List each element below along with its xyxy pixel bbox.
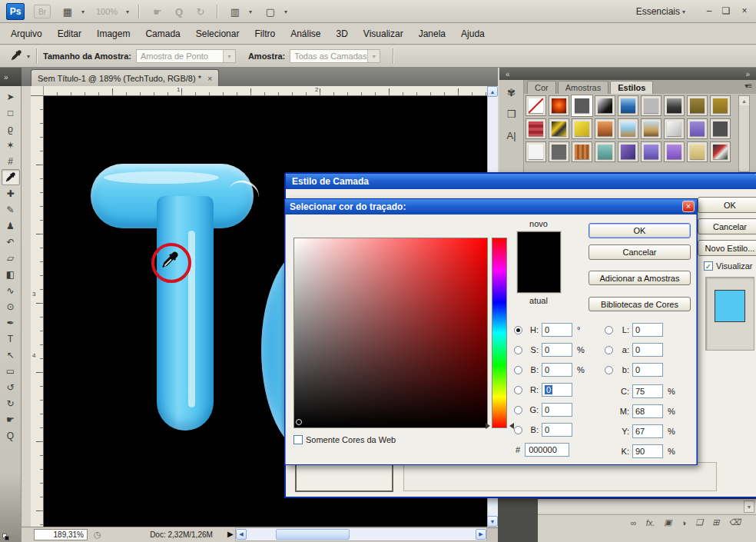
3d-rotate-tool[interactable]: ↺ bbox=[2, 379, 20, 395]
color-field[interactable] bbox=[293, 238, 488, 428]
saturation-input[interactable]: 0 bbox=[542, 343, 572, 357]
scroll-up-icon[interactable]: ▲ bbox=[739, 96, 749, 105]
sample-size-dropdown[interactable]: Amostra de Ponto ▾ bbox=[136, 49, 236, 63]
workspace-switcher[interactable]: Essenciais ▾ bbox=[630, 4, 691, 19]
new-style-button[interactable]: Novo Estilo... bbox=[698, 240, 756, 256]
style-swatch-7[interactable] bbox=[664, 95, 685, 116]
menu-ajuda[interactable]: Ajuda bbox=[453, 25, 492, 42]
adjustment-layer-icon[interactable]: ◑ bbox=[681, 518, 687, 527]
hand-tool-shortcut-icon[interactable]: ☛ bbox=[149, 5, 166, 18]
style-swatch-21[interactable] bbox=[572, 141, 592, 162]
menu-3d[interactable]: 3D bbox=[329, 25, 356, 42]
type-tool[interactable]: T bbox=[2, 331, 20, 347]
red-input[interactable]: 0 bbox=[542, 383, 572, 397]
style-swatch-25[interactable] bbox=[664, 141, 685, 162]
picker-ok-button[interactable]: OK bbox=[589, 223, 691, 238]
menu-arquivo[interactable]: Arquivo bbox=[3, 25, 50, 42]
style-swatch-18[interactable] bbox=[710, 118, 731, 139]
magic-wand-tool[interactable]: ✶ bbox=[2, 137, 20, 153]
green-input[interactable]: 0 bbox=[542, 403, 572, 417]
color-picker-titlebar[interactable]: Selecionar cor do traçado: bbox=[285, 199, 697, 214]
canvas-horizontal-scrollbar[interactable]: ◀ ▶ bbox=[235, 527, 487, 541]
scroll-right-icon[interactable]: ▶ bbox=[476, 529, 486, 540]
color-guide-panel-icon[interactable]: ✾ bbox=[502, 83, 522, 101]
clone-stamp-tool[interactable]: ♟ bbox=[2, 218, 20, 234]
style-swatch-11[interactable] bbox=[549, 118, 569, 139]
panel-menu-icon[interactable]: ▾≡ bbox=[744, 81, 751, 90]
menu-selecionar[interactable]: Selecionar bbox=[188, 25, 247, 42]
black-input[interactable]: 90 bbox=[632, 444, 663, 458]
move-tool[interactable]: ➤ bbox=[2, 88, 20, 105]
style-swatch-22[interactable] bbox=[595, 141, 615, 162]
masks-panel-icon[interactable]: ❒ bbox=[502, 105, 522, 123]
scroll-down-icon[interactable]: ▼ bbox=[744, 500, 754, 513]
zoom-tool-shortcut-icon[interactable]: Q bbox=[171, 5, 187, 18]
style-swatch-4[interactable] bbox=[595, 95, 615, 116]
add-to-swatches-button[interactable]: Adicionar a Amostras bbox=[589, 271, 691, 285]
yellow-input[interactable]: 67 bbox=[632, 424, 663, 438]
brush-tool[interactable]: ✎ bbox=[2, 201, 20, 218]
menu-anlise[interactable]: Análise bbox=[283, 25, 328, 42]
style-swatch-1[interactable] bbox=[526, 95, 546, 116]
style-swatch-14[interactable] bbox=[618, 118, 638, 139]
eyedropper-tool[interactable] bbox=[2, 169, 20, 185]
pen-tool[interactable]: ✒ bbox=[2, 314, 20, 331]
menu-camada[interactable]: Camada bbox=[138, 25, 187, 42]
history-brush-tool[interactable]: ↶ bbox=[2, 234, 20, 250]
hue-slider[interactable] bbox=[492, 238, 507, 428]
style-swatch-3[interactable] bbox=[572, 95, 592, 116]
dock-collapse-icon[interactable]: « bbox=[506, 70, 510, 78]
rectangular-marquee-tool[interactable]: □ bbox=[2, 105, 20, 121]
screen-mode-icon[interactable]: ▢ bbox=[261, 5, 280, 18]
color-field-marker[interactable] bbox=[296, 419, 302, 425]
status-zoom-field[interactable]: 189,31% bbox=[34, 529, 88, 540]
restore-button[interactable]: ❏ bbox=[719, 4, 733, 18]
layer-style-ok-button[interactable]: OK bbox=[698, 197, 756, 213]
style-swatch-24[interactable] bbox=[641, 141, 662, 162]
lab-b-input[interactable]: 0 bbox=[632, 363, 663, 377]
style-swatch-27[interactable] bbox=[710, 141, 731, 162]
arrange-documents-icon[interactable]: ▥ bbox=[226, 5, 244, 18]
dock-expand-icon[interactable]: » bbox=[745, 70, 750, 78]
blue-input[interactable]: 0 bbox=[542, 423, 572, 437]
delete-layer-icon[interactable]: ⌫ bbox=[728, 517, 741, 527]
style-swatch-2[interactable] bbox=[549, 95, 569, 116]
menu-imagem[interactable]: Imagem bbox=[89, 25, 138, 42]
eyedropper-tool-icon[interactable] bbox=[11, 50, 25, 62]
shape-tool[interactable]: ▭ bbox=[2, 363, 20, 379]
eraser-tool[interactable]: ▱ bbox=[2, 250, 20, 266]
bridge-button[interactable]: Br bbox=[34, 5, 51, 18]
layer-group-icon[interactable]: ❏ bbox=[695, 517, 703, 527]
blur-tool[interactable]: ∿ bbox=[2, 282, 20, 298]
hex-input[interactable]: 000000 bbox=[525, 443, 569, 457]
character-panel-icon[interactable]: A| bbox=[502, 126, 522, 145]
saturation-radio[interactable] bbox=[514, 346, 522, 354]
layer-style-dialog-titlebar[interactable]: Estilo de Camada bbox=[286, 174, 756, 189]
scroll-down-icon[interactable]: ▼ bbox=[487, 516, 498, 527]
cyan-input[interactable]: 75 bbox=[632, 384, 663, 398]
style-swatch-8[interactable] bbox=[687, 95, 708, 116]
tab-amostras[interactable]: Amostras bbox=[558, 81, 608, 94]
lab-a-radio[interactable] bbox=[605, 346, 613, 354]
preview-checkbox[interactable]: ✓ bbox=[704, 261, 713, 271]
style-swatch-5[interactable] bbox=[618, 95, 638, 116]
blue-radio[interactable] bbox=[514, 426, 522, 434]
style-swatch-15[interactable] bbox=[641, 118, 662, 139]
gradient-tool[interactable]: ◧ bbox=[2, 266, 20, 282]
sample-dropdown[interactable]: Todas as Camadas ▾ bbox=[290, 49, 380, 63]
style-swatch-20[interactable] bbox=[549, 141, 569, 162]
close-icon[interactable]: × bbox=[682, 201, 695, 212]
style-swatch-12[interactable] bbox=[572, 118, 592, 139]
zoom-level-dropdown[interactable]: 100% bbox=[92, 5, 121, 18]
lab-a-input[interactable]: 0 bbox=[632, 343, 663, 357]
styles-scrollbar[interactable]: ▲ bbox=[738, 95, 750, 172]
path-selection-tool[interactable]: ↖ bbox=[2, 347, 20, 363]
minimize-button[interactable]: – bbox=[702, 4, 716, 18]
style-swatch-23[interactable] bbox=[618, 141, 638, 162]
dodge-tool[interactable]: ⊙ bbox=[2, 298, 20, 314]
menu-janela[interactable]: Janela bbox=[411, 25, 453, 42]
style-swatch-17[interactable] bbox=[687, 118, 708, 139]
view-extras-caret-icon[interactable]: ▾ bbox=[79, 5, 87, 18]
style-swatch-10[interactable] bbox=[526, 118, 546, 139]
zoom-tool[interactable]: Q bbox=[2, 427, 20, 444]
